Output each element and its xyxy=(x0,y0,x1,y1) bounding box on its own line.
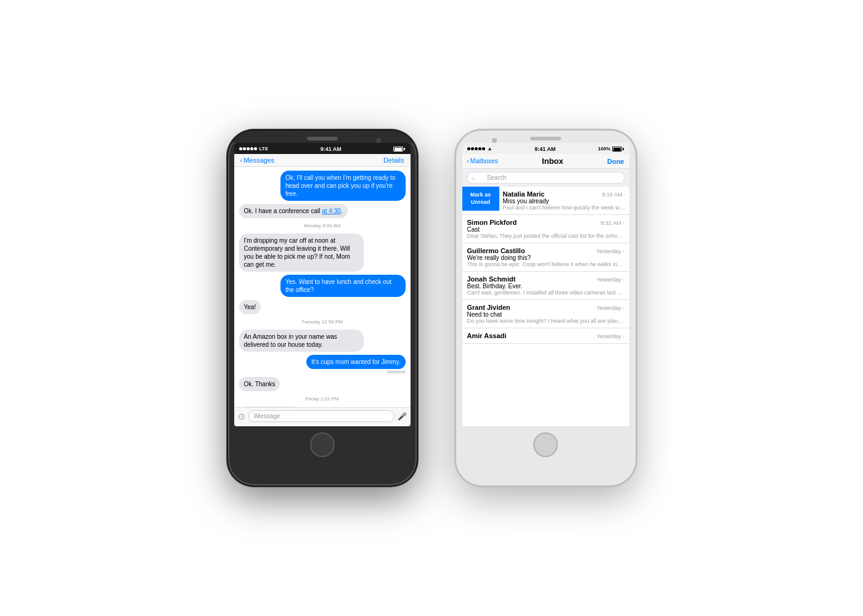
light-battery xyxy=(612,147,624,152)
msg4-bubble: Yes. Want to have lunch and check out th… xyxy=(280,275,406,297)
email2-chevron: › xyxy=(623,220,624,226)
email5-time: Yesterday › xyxy=(597,305,624,311)
mail-back-btn[interactable]: ‹ Mailboxes xyxy=(467,158,498,164)
light-status-bar: ▲ 9:41 AM 100% xyxy=(462,143,629,154)
email1-time: 9:15 AM › xyxy=(602,192,625,198)
email6-sender: Amir Assadi xyxy=(467,332,507,339)
search-icon: ⌕ xyxy=(472,175,475,181)
dot5 xyxy=(254,147,257,150)
msg2-link[interactable]: at 4:30 xyxy=(322,208,341,214)
dark-home-button[interactable] xyxy=(310,432,335,457)
email5-chevron: › xyxy=(623,305,624,311)
email3-subject: We're really doing this? xyxy=(467,254,624,261)
email4-chevron: › xyxy=(623,277,624,283)
email3-header: Guillermo Castillo Yesterday › xyxy=(467,247,624,254)
light-phone-bottom xyxy=(456,426,636,463)
email1-subject: Miss you already xyxy=(503,198,626,205)
msg2-bubble: Ok. I have a conference call at 4:30. xyxy=(239,204,348,218)
messages-list: Ok, I'll call you when I'm getting ready… xyxy=(234,167,411,407)
email1-sender: Natalia Maric xyxy=(503,190,545,198)
mail-search-bar: ⌕ Search xyxy=(462,169,629,187)
email6-item[interactable]: Amir Assadi Yesterday › xyxy=(462,328,629,344)
email4-subject: Best. Birthday. Ever. xyxy=(467,283,624,290)
search-placeholder: Search xyxy=(487,174,507,181)
msg5-bubble: Yea! xyxy=(239,300,261,314)
email3-item[interactable]: Guillermo Castillo Yesterday › We're rea… xyxy=(462,243,629,272)
timestamp-tuesday: Tuesday 12:50 PM xyxy=(239,319,406,325)
light-status-right: 100% xyxy=(598,146,624,152)
email2-item[interactable]: Simon Pickford 8:32 AM › Cast Dear Stefa… xyxy=(462,215,629,243)
email6-chevron: › xyxy=(623,333,624,339)
email1-action[interactable]: Mark asUnread xyxy=(462,187,499,211)
dark-status-left: LTE xyxy=(239,146,269,152)
dark-status-right xyxy=(393,147,405,152)
dark-carrier: LTE xyxy=(260,146,269,152)
dark-camera xyxy=(376,138,381,143)
email3-content: Guillermo Castillo Yesterday › We're rea… xyxy=(467,247,624,267)
email1-preview: Paul and I can't believe how quickly the… xyxy=(503,205,626,211)
email4-time: Yesterday › xyxy=(597,277,624,283)
email4-item[interactable]: Jonah Schmidt Yesterday › Best. Birthday… xyxy=(462,272,629,300)
msg5-row: Yea! xyxy=(239,300,406,314)
timestamp-friday: Friday 1:22 PM xyxy=(239,396,406,402)
light-status-left: ▲ xyxy=(467,146,493,152)
light-home-button[interactable] xyxy=(533,432,558,457)
light-battery-pct: 100% xyxy=(598,146,610,152)
msg7-delivered: Delivered xyxy=(387,370,406,374)
msg6-bubble: An Amazon box in your name was delivered… xyxy=(239,330,364,352)
dark-phone-bottom xyxy=(228,426,417,463)
light-camera xyxy=(492,138,497,143)
dark-phone-screen: LTE 9:41 AM ‹ Messages xyxy=(234,143,411,426)
email5-content: Grant Jividen Yesterday › Need to chat D… xyxy=(467,304,624,324)
imessage-input[interactable]: iMessage xyxy=(248,410,395,422)
mail-search-input[interactable]: ⌕ Search xyxy=(467,172,624,184)
dot1 xyxy=(239,147,242,150)
email4-content: Jonah Schmidt Yesterday › Best. Birthday… xyxy=(467,275,624,296)
light-phone-screen: ▲ 9:41 AM 100% ‹ Mailboxes xyxy=(462,143,629,426)
light-phone: ▲ 9:41 AM 100% ‹ Mailboxes xyxy=(455,129,637,487)
messages-details-btn[interactable]: Details xyxy=(383,156,404,164)
msg3-row: I'm dropping my car off at noon at Conte… xyxy=(239,233,406,272)
phones-container: LTE 9:41 AM ‹ Messages xyxy=(227,129,637,487)
email4-header: Jonah Schmidt Yesterday › xyxy=(467,275,624,283)
msg3-bubble: I'm dropping my car off at noon at Conte… xyxy=(239,233,364,272)
messages-nav: ‹ Messages Details xyxy=(234,154,411,167)
dark-status-bar: LTE 9:41 AM xyxy=(234,143,411,154)
messages-back-btn[interactable]: ‹ Messages xyxy=(240,156,275,164)
light-time: 9:41 AM xyxy=(534,146,555,152)
email1-item[interactable]: Mark asUnread Natalia Maric 9:15 AM › Mi… xyxy=(462,187,629,215)
email6-content: Amir Assadi Yesterday › xyxy=(467,332,624,339)
imessage-placeholder: iMessage xyxy=(254,413,280,419)
mail-back-label: Mailboxes xyxy=(470,158,498,164)
msg9-row: On the phone now. xyxy=(239,407,406,407)
email5-sender: Grant Jividen xyxy=(467,304,510,311)
msg4-row: Yes. Want to have lunch and check out th… xyxy=(239,275,406,297)
mail-list: Mark asUnread Natalia Maric 9:15 AM › Mi… xyxy=(462,187,629,426)
email2-content: Simon Pickford 8:32 AM › Cast Dear Stefa… xyxy=(467,219,624,239)
camera-icon[interactable]: ⊙ xyxy=(238,411,245,421)
email2-time: 8:32 AM › xyxy=(600,220,624,226)
msg1-row: Ok, I'll call you when I'm getting ready… xyxy=(239,171,406,201)
email2-preview: Dear Stefan, They just posted the offici… xyxy=(467,233,624,239)
msg6-row: An Amazon box in your name was delivered… xyxy=(239,330,406,352)
email6-header: Amir Assadi Yesterday › xyxy=(467,332,624,339)
email1-content: Natalia Maric 9:15 AM › Miss you already… xyxy=(499,187,629,214)
msg7-bubble: It's cups mom wanted for Jimmy. xyxy=(306,355,406,369)
email6-time: Yesterday › xyxy=(597,333,624,339)
email1-header: Natalia Maric 9:15 AM › xyxy=(503,190,626,198)
mail-nav-title: Inbox xyxy=(542,156,563,166)
email4-preview: Can't wait, gentlemen. I installed all t… xyxy=(467,290,624,296)
search-wrapper[interactable]: ⌕ Search xyxy=(467,172,624,184)
email5-item[interactable]: Grant Jividen Yesterday › Need to chat D… xyxy=(462,300,629,328)
light-phone-top xyxy=(456,131,636,143)
dot3 xyxy=(247,147,250,150)
dark-battery xyxy=(393,147,405,152)
msg7-row: It's cups mom wanted for Jimmy. Delivere… xyxy=(239,355,406,374)
mail-done-btn[interactable]: Done xyxy=(607,158,624,165)
email5-subject: Need to chat xyxy=(467,311,624,318)
mic-icon[interactable]: 🎤 xyxy=(398,412,407,421)
msg8-row: Ok. Thanks xyxy=(239,377,406,391)
email3-sender: Guillermo Castillo xyxy=(467,247,525,254)
email2-subject: Cast xyxy=(467,226,624,233)
msg9-bubble: On the phone now. xyxy=(239,407,301,407)
